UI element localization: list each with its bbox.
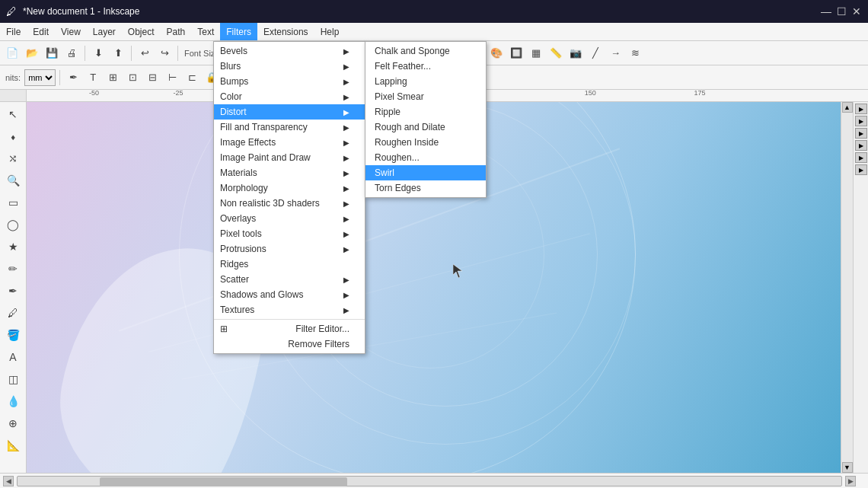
new-button[interactable]: 📄 (3, 44, 21, 62)
calligraphy-tool[interactable]: 🖊 (2, 302, 24, 324)
filters-menu-image-effects[interactable]: Image Effects ▶ (214, 135, 365, 150)
menu-path[interactable]: Path (161, 23, 192, 40)
filters-menu-non-realistic[interactable]: Non realistic 3D shaders ▶ (214, 196, 365, 211)
menu-extensions[interactable]: Extensions (257, 23, 314, 40)
filters-menu-pixel-tools[interactable]: Pixel tools ▶ (214, 226, 365, 241)
line-button[interactable]: ╱ (586, 44, 605, 62)
tool-btn4[interactable]: ⊡ (123, 69, 142, 87)
tool-btn3[interactable]: ⊞ (104, 69, 122, 87)
tool-btn2[interactable]: T (84, 69, 102, 87)
distort-chalk-sponge[interactable]: Chalk and Sponge (365, 43, 486, 59)
panel-btn1[interactable]: ▶ (855, 104, 867, 114)
filters-menu-ridges[interactable]: Ridges (214, 257, 365, 272)
horizontal-scrollbar[interactable] (17, 476, 842, 486)
menu-help[interactable]: Help (314, 23, 346, 40)
rough-dilate-label: Rough and Dilate (375, 122, 445, 132)
select-tool[interactable]: ↖ (2, 104, 24, 125)
filters-menu-bumps[interactable]: Bumps ▶ (214, 74, 365, 89)
tweak-tool[interactable]: ⤭ (2, 148, 24, 169)
menu-filters[interactable]: Filters (220, 23, 257, 40)
undo-button[interactable]: ↩ (136, 44, 154, 62)
zoom-tool[interactable]: 🔍 (2, 170, 24, 191)
filters-menu-morphology[interactable]: Morphology ▶ (214, 180, 365, 196)
panel-btn4[interactable]: ▶ (855, 140, 867, 151)
redo-button[interactable]: ↪ (155, 44, 174, 62)
menu-object[interactable]: Object (122, 23, 161, 40)
distort-roughen[interactable]: Roughen... (365, 150, 486, 165)
menu-view[interactable]: View (55, 23, 87, 40)
filters-menu-remove-filters[interactable]: Remove Filters (214, 336, 365, 352)
filters-menu-bevels[interactable]: Bevels ▶ (214, 43, 365, 59)
filters-menu-image-paint[interactable]: Image Paint and Draw ▶ (214, 150, 365, 165)
tool-btn5[interactable]: ⊟ (143, 69, 161, 87)
measure-button[interactable]: 📏 (547, 44, 565, 62)
distort-felt-feather[interactable]: Felt Feather... (365, 59, 486, 74)
rect-tool[interactable]: ▭ (2, 192, 24, 213)
scroll-down-button[interactable]: ▼ (842, 462, 853, 473)
distort-rough-dilate[interactable]: Rough and Dilate (365, 120, 486, 135)
tool-btn7[interactable]: ⊏ (183, 69, 201, 87)
bucket-tool[interactable]: 🪣 (2, 324, 24, 346)
distort-pixel-smear[interactable]: Pixel Smear (365, 89, 486, 104)
grid-button[interactable]: ▦ (527, 44, 545, 62)
filters-menu-textures[interactable]: Textures ▶ (214, 302, 365, 317)
torn-edges-label: Torn Edges (375, 183, 421, 193)
print-button[interactable]: 🖨 (62, 44, 81, 62)
filters-menu-materials[interactable]: Materials ▶ (214, 165, 365, 180)
units-select[interactable]: mm px pt in cm (24, 69, 56, 86)
menu-edit[interactable]: Edit (27, 23, 55, 40)
panel-btn2[interactable]: ▶ (855, 116, 867, 126)
panel-btn6[interactable]: ▶ (855, 164, 867, 175)
maximize-button[interactable]: ☐ (836, 6, 847, 17)
scroll-right-button[interactable]: ▶ (845, 476, 856, 486)
distort-swirl[interactable]: Swirl (365, 165, 486, 180)
blurs-arrow: ▶ (343, 62, 349, 71)
color-button[interactable]: 🎨 (487, 44, 506, 62)
tool-btn6[interactable]: ⊢ (163, 69, 181, 87)
scroll-track[interactable] (841, 113, 853, 462)
extra-button[interactable]: ≋ (626, 44, 644, 62)
node-tool[interactable]: ⬧ (2, 126, 24, 147)
panel-btn5[interactable]: ▶ (855, 152, 867, 163)
menu-file[interactable]: File (0, 23, 27, 40)
filters-menu-fill[interactable]: Fill and Transparency ▶ (214, 120, 365, 135)
open-button[interactable]: 📂 (23, 44, 41, 62)
export-button[interactable]: ⬆ (109, 44, 127, 62)
scroll-left-button[interactable]: ◀ (3, 476, 14, 486)
connector-tool[interactable]: ⊕ (2, 413, 24, 434)
menu-layer[interactable]: Layer (87, 23, 122, 40)
save-button[interactable]: 💾 (43, 44, 61, 62)
distort-lapping[interactable]: Lapping (365, 74, 486, 89)
dropper-tool[interactable]: 💧 (2, 391, 24, 412)
tool-btn1[interactable]: ✒ (64, 69, 82, 87)
filters-menu-filter-editor[interactable]: ⊞ Filter Editor... (214, 321, 365, 336)
filters-menu-shadows[interactable]: Shadows and Glows ▶ (214, 287, 365, 302)
scroll-up-button[interactable]: ▲ (842, 102, 853, 113)
pencil-tool[interactable]: ✏ (2, 258, 24, 279)
filters-menu-distort[interactable]: Distort ▶ (214, 104, 365, 120)
filters-menu-scatter[interactable]: Scatter ▶ (214, 272, 365, 287)
ellipse-tool[interactable]: ◯ (2, 214, 24, 235)
import-button[interactable]: ⬇ (89, 44, 107, 62)
distort-roughen-inside[interactable]: Roughen Inside (365, 135, 486, 150)
filters-menu-color[interactable]: Color ▶ (214, 89, 365, 104)
snap-button[interactable]: 🔲 (507, 44, 525, 62)
menu-text[interactable]: Text (191, 23, 220, 40)
right-scrollbar[interactable]: ▲ ▼ (841, 102, 853, 473)
close-button[interactable]: ✕ (851, 6, 862, 17)
arrow-button[interactable]: → (606, 44, 624, 62)
gradient-tool[interactable]: ◫ (2, 368, 24, 390)
camera-button[interactable]: 📷 (566, 44, 585, 62)
filters-menu-overlays[interactable]: Overlays ▶ (214, 211, 365, 226)
measure-tool[interactable]: 📐 (2, 435, 24, 456)
text-tool[interactable]: A (2, 346, 24, 368)
distort-ripple[interactable]: Ripple (365, 104, 486, 120)
distort-torn-edges[interactable]: Torn Edges (365, 180, 486, 196)
filters-menu-protrusions[interactable]: Protrusions ▶ (214, 241, 365, 257)
shadows-arrow: ▶ (343, 291, 349, 299)
filters-menu-blurs[interactable]: Blurs ▶ (214, 59, 365, 74)
star-tool[interactable]: ★ (2, 236, 24, 257)
pen-tool[interactable]: ✒ (2, 280, 24, 301)
panel-btn3[interactable]: ▶ (855, 128, 867, 139)
minimize-button[interactable]: — (821, 6, 831, 17)
